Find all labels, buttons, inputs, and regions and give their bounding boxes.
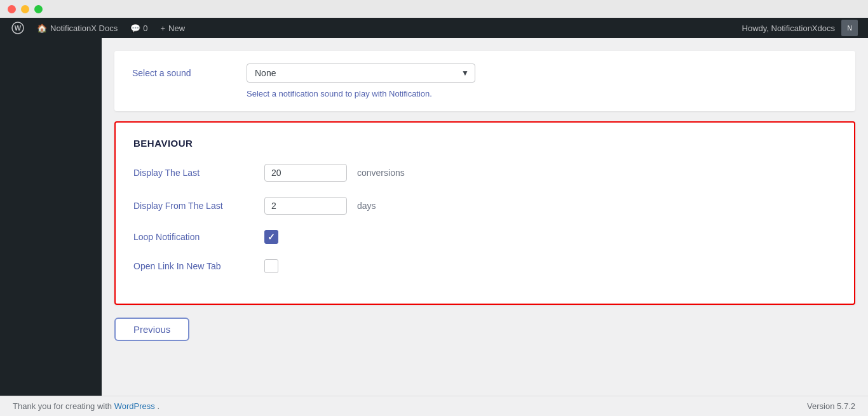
comments-count: 0 — [143, 23, 147, 33]
close-button[interactable] — [8, 5, 16, 13]
maximize-button[interactable] — [34, 5, 43, 13]
plus-icon: + — [160, 23, 165, 33]
page-layout: Select a sound None Beep Chime Bell ▼ Se… — [0, 38, 868, 416]
new-label: New — [168, 23, 185, 33]
comment-icon: 💬 — [130, 23, 140, 33]
wordpress-link[interactable]: WordPress — [114, 401, 155, 411]
display-from-unit: days — [357, 201, 376, 211]
footer-period: . — [157, 401, 159, 411]
admin-bar-right: Howdy, NotificationXdocs N — [742, 20, 863, 36]
minimize-button[interactable] — [21, 5, 29, 13]
loop-notification-row: Loop Notification — [133, 230, 836, 244]
loop-notification-label: Loop Notification — [133, 232, 254, 242]
open-link-label: Open Link In New Tab — [133, 261, 254, 271]
behaviour-title: BEHAVIOUR — [133, 138, 836, 149]
footer-text: Thank you for creating with WordPress . — [102, 401, 159, 411]
main-content: Select a sound None Beep Chime Bell ▼ Se… — [102, 38, 868, 416]
sound-helper-text: Select a notification sound to play with… — [247, 89, 837, 98]
display-last-input[interactable] — [264, 164, 347, 182]
sound-section-card: Select a sound None Beep Chime Bell ▼ Se… — [114, 51, 855, 111]
display-from-label: Display From The Last — [133, 201, 254, 211]
open-link-checkbox[interactable] — [264, 259, 278, 273]
wp-logo-icon: W — [11, 22, 24, 34]
with-text: with — [102, 401, 114, 411]
home-icon: 🏠 — [37, 23, 47, 33]
avatar[interactable]: N — [841, 20, 858, 36]
display-from-row: Display From The Last days — [133, 197, 836, 215]
titlebar — [0, 0, 868, 18]
site-name: NotificationX Docs — [50, 23, 118, 33]
sound-row: Select a sound None Beep Chime Bell ▼ — [132, 64, 837, 83]
previous-button[interactable]: Previous — [114, 318, 189, 341]
display-from-input[interactable] — [264, 197, 347, 215]
svg-text:W: W — [15, 24, 22, 32]
howdy-text: Howdy, NotificationXdocs — [742, 23, 835, 33]
admin-bar-left: W 🏠 NotificationX Docs 💬 0 + New — [5, 18, 742, 38]
display-last-label: Display The Last — [133, 168, 254, 178]
footer: Thank you for creating with WordPress . … — [102, 396, 868, 416]
sound-label: Select a sound — [132, 68, 234, 78]
display-last-row: Display The Last conversions — [133, 164, 836, 182]
admin-bar: W 🏠 NotificationX Docs 💬 0 + New Howdy, … — [0, 18, 868, 38]
open-link-row: Open Link In New Tab — [133, 259, 836, 273]
admin-bar-comments[interactable]: 💬 0 — [124, 18, 154, 38]
sound-select-wrapper: None Beep Chime Bell ▼ — [247, 64, 475, 83]
version-text: Version 5.7.2 — [807, 401, 855, 411]
wp-logo-item[interactable]: W — [5, 18, 31, 38]
sound-select[interactable]: None Beep Chime Bell — [247, 64, 475, 83]
admin-bar-new[interactable]: + New — [154, 18, 191, 38]
behaviour-card: BEHAVIOUR Display The Last conversions D… — [114, 121, 855, 305]
loop-notification-checkbox[interactable] — [264, 230, 278, 244]
admin-bar-site[interactable]: 🏠 NotificationX Docs — [31, 18, 124, 38]
button-row: Previous — [114, 315, 855, 351]
sidebar — [0, 38, 102, 416]
display-last-unit: conversions — [357, 168, 405, 178]
